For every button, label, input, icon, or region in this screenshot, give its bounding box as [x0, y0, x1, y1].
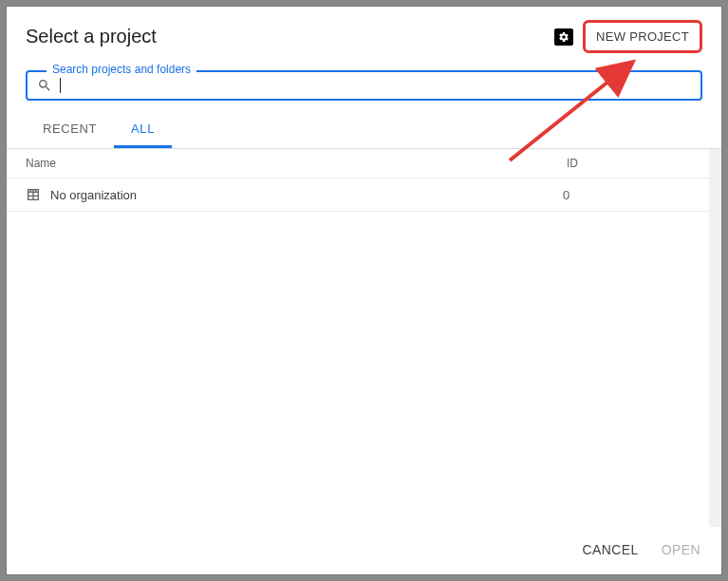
search-wrap: Search projects and folders	[26, 70, 702, 101]
organization-icon	[26, 187, 41, 202]
dialog-title: Select a project	[26, 26, 157, 47]
scrollbar[interactable]	[709, 149, 721, 527]
new-project-button[interactable]: NEW PROJECT	[587, 24, 699, 49]
table-row[interactable]: No organization 0	[7, 178, 721, 212]
row-name: No organization	[50, 188, 563, 202]
tab-all[interactable]: ALL	[114, 114, 172, 148]
tabs: RECENT ALL	[7, 101, 721, 148]
search-icon	[37, 78, 52, 93]
project-picker-dialog: Select a project NEW PROJECT Search proj…	[7, 7, 721, 574]
search-input[interactable]	[61, 78, 691, 93]
column-id: ID	[567, 157, 702, 170]
tab-recent[interactable]: RECENT	[26, 114, 114, 148]
gear-icon[interactable]	[554, 28, 573, 46]
table-header: Name ID	[7, 149, 721, 178]
row-id: 0	[563, 188, 702, 202]
search-section: Search projects and folders	[7, 61, 721, 101]
search-label: Search projects and folders	[47, 63, 196, 76]
dialog-footer: CANCEL OPEN	[7, 527, 721, 574]
new-project-highlight: NEW PROJECT	[583, 20, 702, 53]
cancel-button[interactable]: CANCEL	[583, 542, 639, 557]
dialog-header: Select a project NEW PROJECT	[7, 7, 721, 61]
column-name: Name	[26, 157, 567, 170]
open-button[interactable]: OPEN	[662, 542, 700, 557]
projects-table: Name ID No organization 0	[7, 148, 721, 527]
header-actions: NEW PROJECT	[554, 20, 702, 53]
